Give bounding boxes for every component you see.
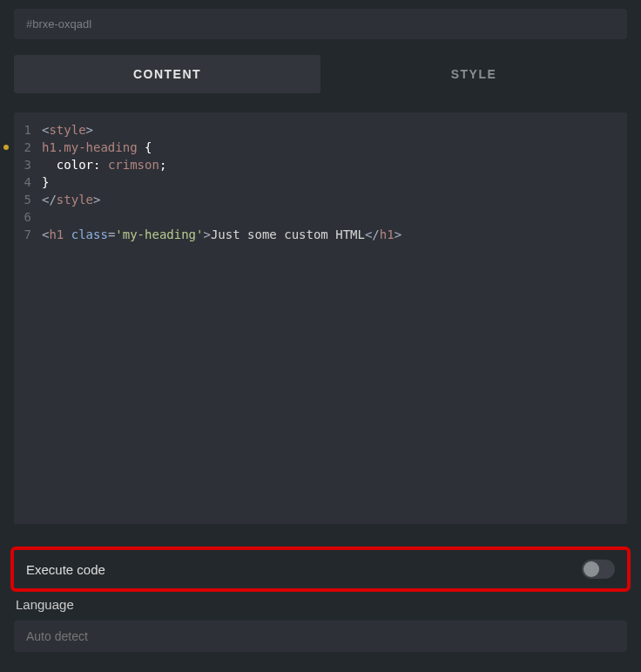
- line-number: 6: [21, 208, 31, 226]
- line-number: 5: [21, 191, 31, 208]
- code-editor[interactable]: 1 2 3 4 5 6 7 <style> h1.my-heading { co…: [14, 112, 627, 524]
- unsaved-indicator: [3, 145, 9, 150]
- execute-code-label: Execute code: [26, 562, 105, 577]
- panel-tabs: CONTENT STYLE: [14, 55, 627, 93]
- css-selector-input[interactable]: [14, 9, 627, 39]
- execute-code-toggle[interactable]: [582, 560, 615, 579]
- code-content[interactable]: <style> h1.my-heading { color: crimson; …: [38, 112, 408, 524]
- tab-content[interactable]: CONTENT: [14, 55, 320, 93]
- line-number: 1: [21, 121, 31, 139]
- line-number: 3: [21, 156, 31, 173]
- execute-code-row: Execute code: [10, 546, 631, 592]
- tab-style[interactable]: STYLE: [320, 55, 627, 93]
- language-select[interactable]: [14, 621, 627, 652]
- line-gutter: 1 2 3 4 5 6 7: [14, 112, 38, 524]
- toggle-knob: [584, 561, 599, 577]
- line-number: 2: [21, 139, 31, 156]
- line-number: 4: [21, 173, 31, 191]
- language-label: Language: [14, 597, 627, 612]
- line-number: 7: [21, 226, 31, 243]
